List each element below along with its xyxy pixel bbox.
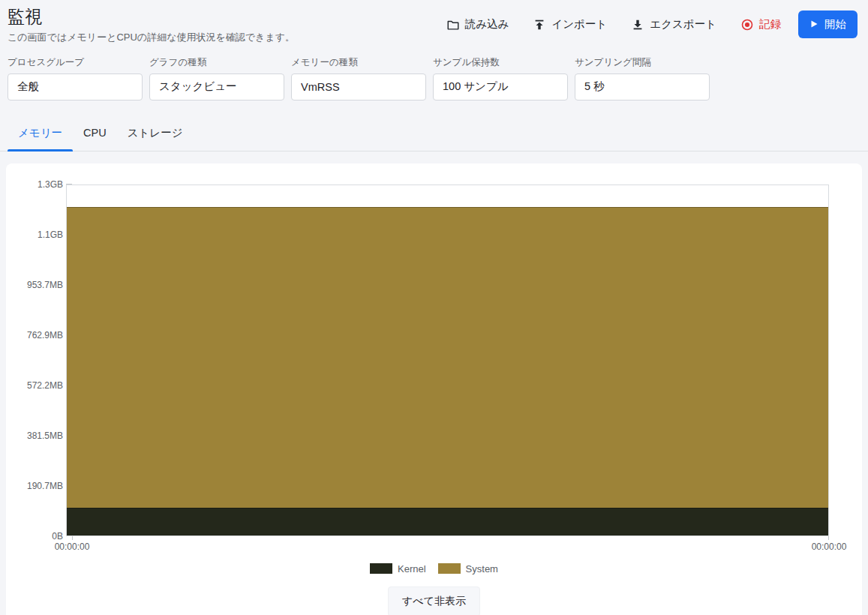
y-tick-label: 953.7MB (27, 280, 66, 290)
record-button[interactable]: 記録 (734, 12, 788, 37)
start-button[interactable]: 開始 (798, 10, 857, 38)
toolbar: 読み込み インポート エクスポート 記録 開始 (440, 10, 857, 38)
export-button[interactable]: エクスポート (624, 12, 723, 37)
legend-swatch-kernel (370, 563, 392, 574)
y-tick-label: 1.3GB (38, 179, 66, 190)
legend-label: System (466, 563, 498, 574)
legend: Kernel System (6, 563, 862, 574)
x-tick-mark-end (828, 536, 829, 540)
tab-bar: メモリー CPU ストレージ (0, 117, 868, 152)
filter-label: サンプリング間隔 (575, 56, 710, 69)
x-tick-start: 00:00:00 (55, 542, 90, 552)
play-icon (809, 19, 818, 31)
start-button-label: 開始 (824, 17, 846, 32)
hide-all-button[interactable]: すべて非表示 (388, 586, 480, 615)
y-tick-label: 572.2MB (27, 380, 66, 391)
page-subtitle: この画面ではメモリーとCPUの詳細な使用状況を確認できます。 (8, 31, 295, 44)
filter-label: プロセスグループ (8, 56, 143, 69)
hide-all-row: すべて非表示 (6, 586, 862, 615)
filter-group-sample-count: サンプル保持数 (433, 56, 568, 100)
filter-memory-type-input[interactable] (291, 74, 426, 100)
filter-group-sampling-interval: サンプリング間隔 (575, 56, 710, 100)
y-tick-label: 1.1GB (38, 230, 66, 240)
x-axis: 00:00:00 00:00:00 (66, 536, 829, 554)
filter-label: サンプル保持数 (433, 56, 568, 69)
import-button-label: インポート (551, 17, 607, 32)
filter-group-process: プロセスグループ (8, 56, 143, 100)
chart-plot (66, 184, 829, 536)
x-tick-mark-start (72, 536, 73, 540)
filter-row: プロセスグループ グラフの種類 メモリーの種類 サンプル保持数 サンプリング間隔 (8, 56, 868, 100)
filter-label: メモリーの種類 (291, 56, 426, 69)
y-tick-label: 0B (52, 531, 66, 542)
area-system (67, 207, 828, 508)
filter-group-graph-type: グラフの種類 (149, 56, 284, 100)
page-header: 監視 この画面ではメモリーとCPUの詳細な使用状況を確認できます。 読み込み イ… (0, 0, 868, 44)
y-tick-label: 381.5MB (27, 430, 66, 441)
export-button-label: エクスポート (650, 17, 716, 32)
y-tick-label: 190.7MB (27, 481, 66, 491)
legend-item-kernel[interactable]: Kernel (370, 563, 426, 574)
header-text: 監視 この画面ではメモリーとCPUの詳細な使用状況を確認できます。 (8, 6, 295, 44)
filter-label: グラフの種類 (149, 56, 284, 69)
x-tick-end: 00:00:00 (812, 542, 847, 552)
y-axis: 1.3GB1.1GB953.7MB762.9MB572.2MB381.5MB19… (6, 184, 72, 536)
folder-icon (446, 18, 460, 32)
record-icon (740, 18, 754, 32)
legend-swatch-system (438, 563, 461, 574)
chart-wrap: 1.3GB1.1GB953.7MB762.9MB572.2MB381.5MB19… (6, 184, 862, 554)
tab-cpu[interactable]: CPU (73, 117, 117, 151)
filter-process-group-input[interactable] (8, 74, 143, 100)
tab-storage[interactable]: ストレージ (117, 117, 194, 151)
page-title: 監視 (8, 6, 295, 28)
filter-graph-type-input[interactable] (149, 74, 284, 100)
download-icon (631, 18, 644, 32)
legend-item-system[interactable]: System (438, 563, 498, 574)
load-button-label: 読み込み (465, 17, 509, 32)
filter-sampling-interval-input[interactable] (575, 74, 710, 100)
load-button[interactable]: 読み込み (440, 12, 516, 37)
chart-card: 1.3GB1.1GB953.7MB762.9MB572.2MB381.5MB19… (6, 164, 862, 615)
y-tick-label: 762.9MB (27, 330, 66, 340)
filter-sample-count-input[interactable] (433, 74, 568, 100)
area-kernel (67, 508, 828, 536)
legend-label: Kernel (398, 563, 426, 574)
record-button-label: 記録 (759, 17, 781, 32)
import-button[interactable]: インポート (526, 12, 614, 37)
filter-group-memory-type: メモリーの種類 (291, 56, 426, 100)
upload-icon (533, 18, 546, 32)
tab-memory[interactable]: メモリー (8, 117, 73, 151)
